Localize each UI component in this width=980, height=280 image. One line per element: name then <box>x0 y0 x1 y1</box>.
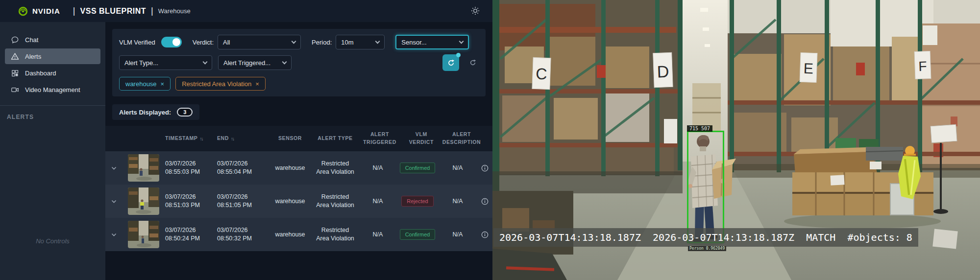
sidebar-item-label: Chat <box>25 36 38 44</box>
alert-triangle-icon <box>11 52 19 61</box>
chevron-down-icon <box>111 232 117 238</box>
app-title: VSS BLUEPRINT <box>80 7 147 16</box>
info-icon <box>481 198 489 205</box>
verdict-value: All <box>223 39 230 46</box>
video-camera-icon <box>11 86 19 94</box>
alert-type-select[interactable]: Alert Type... <box>119 55 212 70</box>
sensor-select[interactable]: Sensor... <box>395 35 469 49</box>
rack-sign-d: D <box>657 62 669 81</box>
alert-row[interactable]: 03/07/2026 08:50:24 PM 03/07/2026 08:50:… <box>105 218 492 251</box>
nvidia-logo: NVIDIA <box>18 6 60 17</box>
brand-name: NVIDIA <box>32 7 60 15</box>
vlm-verdict-badge: Rejected <box>401 196 433 207</box>
filter-tag-restricted-area-violation[interactable]: Restricted Area Violation × <box>175 77 266 91</box>
refresh-button[interactable] <box>467 57 479 69</box>
sidebar-item-chat[interactable]: Chat <box>5 32 100 47</box>
header-vlm-verdict: VLM VERDICT <box>400 131 442 146</box>
header-alert-description: ALERT DESCRIPTION <box>442 131 481 146</box>
alert-row[interactable]: 03/07/2026 08:55:03 PM 03/07/2026 08:55:… <box>105 151 492 185</box>
alerts-panel: VLM Verified Verdict: All Period: 10m <box>105 22 492 280</box>
tag-label: warehouse <box>125 80 157 88</box>
alerts-count-badge: 3 <box>177 108 193 117</box>
alert-triggered-placeholder: Alert Triggered... <box>223 59 270 67</box>
rack-sign-f: F <box>918 59 927 74</box>
theme-toggle-button[interactable] <box>469 4 482 17</box>
row-info-button[interactable] <box>477 164 492 172</box>
rack-sign-c: C <box>536 65 547 83</box>
alert-thumbnail[interactable] <box>128 154 159 182</box>
row-info-button[interactable] <box>477 231 492 238</box>
title-separator: | <box>151 6 153 16</box>
sidebar-item-alerts[interactable]: Alerts <box>5 48 100 64</box>
page-title: Warehouse <box>158 7 191 15</box>
remove-tag-icon[interactable]: × <box>255 80 259 88</box>
vlm-verified-label: VLM Verified <box>119 39 155 46</box>
person-bounding-box <box>687 131 724 243</box>
expand-row-button[interactable] <box>105 165 122 171</box>
sensor-placeholder: Sensor... <box>401 39 426 46</box>
alert-description: N/A <box>439 197 477 206</box>
alert-sensor: warehouse <box>269 197 311 206</box>
refresh-icon <box>447 59 455 67</box>
chevron-down-icon <box>111 165 117 171</box>
filter-tag-warehouse[interactable]: warehouse × <box>119 77 171 91</box>
period-value: 10m <box>341 39 353 46</box>
sort-icon[interactable]: ↑↓ <box>231 135 234 142</box>
alert-thumbnail[interactable] <box>128 187 159 215</box>
verdict-select[interactable]: All <box>218 35 301 49</box>
header-sensor: SENSOR <box>269 135 311 142</box>
alert-start-date: 03/07/2026 <box>165 193 217 201</box>
alert-thumbnail[interactable] <box>128 221 159 248</box>
alert-description: N/A <box>439 231 477 239</box>
period-select[interactable]: 10m <box>336 35 385 49</box>
sidebar: Chat Alerts Dashboard <box>0 22 105 280</box>
person-confidence-label: Person 0.962049 <box>688 246 726 251</box>
chevron-down-icon <box>111 198 117 205</box>
remove-tag-icon[interactable]: × <box>161 80 165 88</box>
header-alert-triggered: ALERT TRIGGERED <box>359 131 400 146</box>
sidebar-item-video-management[interactable]: Video Management <box>5 82 100 97</box>
alert-description: N/A <box>439 164 477 172</box>
header-alert-type: ALERT TYPE <box>311 135 359 142</box>
alert-row[interactable]: 03/07/2026 08:51:03 PM 03/07/2026 08:51:… <box>105 185 492 218</box>
alert-end-date: 03/07/2026 <box>217 160 269 168</box>
alert-start-date: 03/07/2026 <box>165 226 217 234</box>
sidebar-section-header: ALERTS <box>0 106 105 120</box>
chevron-down-icon <box>282 59 287 64</box>
sort-icon[interactable]: ↑↓ <box>199 135 202 142</box>
sidebar-item-label: Dashboard <box>25 70 56 77</box>
row-info-button[interactable] <box>477 198 492 205</box>
expand-row-button[interactable] <box>105 232 122 238</box>
app-root: NVIDIA | VSS BLUEPRINT | Warehouse <box>0 0 980 280</box>
expand-row-button[interactable] <box>105 198 122 205</box>
top-bar: NVIDIA | VSS BLUEPRINT | Warehouse <box>0 0 492 22</box>
sidebar-item-label: Video Management <box>25 86 80 93</box>
alert-triggered-select[interactable]: Alert Triggered... <box>218 55 292 70</box>
alert-type: Restricted Area Violation <box>311 160 359 176</box>
alerts-displayed-label: Alerts Displayed: <box>119 109 171 116</box>
title-separator: | <box>73 6 75 16</box>
alert-type: Restricted Area Violation <box>311 226 359 243</box>
alert-start-time: 08:55:03 PM <box>165 168 217 176</box>
dashboard-grid-icon <box>11 69 19 77</box>
nvidia-eye-icon <box>18 6 28 17</box>
header-timestamp: TIMESTAMP ↑↓ <box>165 135 217 142</box>
alert-triggered: N/A <box>359 164 396 172</box>
vlm-verified-toggle[interactable] <box>161 37 182 47</box>
refresh-icon <box>469 59 477 67</box>
alert-end-date: 03/07/2026 <box>217 226 269 234</box>
sidebar-item-label: Alerts <box>25 53 41 60</box>
chat-icon <box>11 36 19 44</box>
alert-sensor: warehouse <box>269 231 311 239</box>
alert-end-time: 08:51:05 PM <box>217 201 269 210</box>
alert-end-time: 08:50:32 PM <box>217 234 269 243</box>
vlm-verdict-badge: Confirmed <box>400 229 436 240</box>
alert-start-date: 03/07/2026 <box>165 160 217 168</box>
auto-refresh-button[interactable] <box>442 54 459 71</box>
sidebar-item-dashboard[interactable]: Dashboard <box>5 65 100 81</box>
info-icon <box>481 164 489 172</box>
alert-type: Restricted Area Violation <box>311 193 359 210</box>
bounding-box-coordinates-label: 715 507 <box>687 125 712 132</box>
sidebar-footer-note: No Controls <box>0 237 105 245</box>
toggle-knob <box>172 38 180 46</box>
